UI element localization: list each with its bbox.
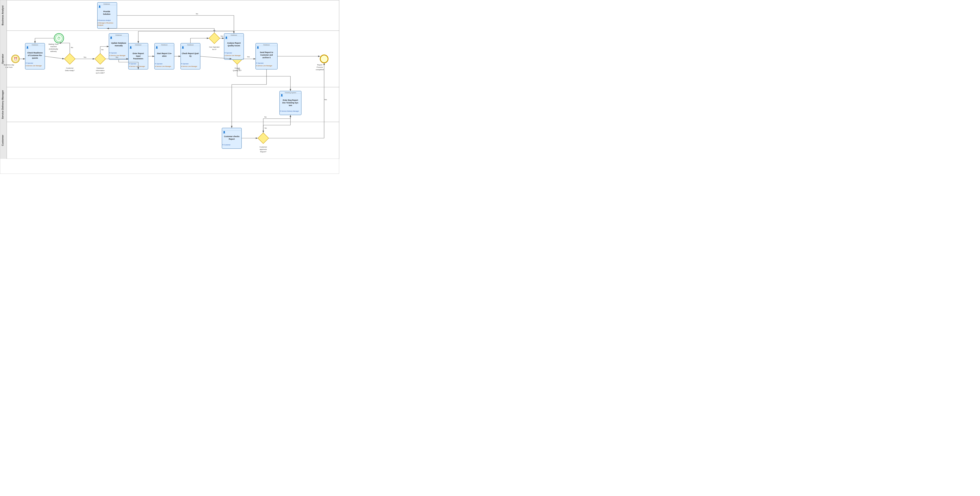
svg-text:A Service Line Manager: A Service Line Manager: [129, 66, 145, 67]
svg-text:Yes: Yes: [324, 99, 327, 101]
timer-event: [54, 33, 64, 43]
svg-text:Parameters: Parameters: [133, 57, 143, 60]
svg-text:into Ticketing Sys-: into Ticketing Sys-: [282, 102, 299, 104]
svg-text:👤: 👤: [225, 36, 228, 39]
svg-text:Can Operator: Can Operator: [209, 46, 220, 48]
task-enter-bug-report: [280, 91, 301, 115]
svg-text:Process: Process: [317, 66, 323, 68]
gateway-db-info: [95, 54, 106, 64]
task-check-quality: [181, 43, 200, 69]
task-start-report: [154, 43, 174, 69]
task-analyse-quality: [224, 33, 244, 60]
svg-text:Analyse Report: Analyse Report: [227, 42, 241, 44]
svg-text:quests: quests: [32, 57, 38, 59]
lane-label-op: Operator: [1, 54, 4, 64]
svg-rect-10: [0, 87, 7, 122]
svg-text:Analysts: Analysts: [98, 24, 103, 26]
lane-label-ba: Business Analyst: [1, 5, 4, 25]
svg-text:Database: Database: [32, 44, 38, 46]
svg-text:Report: Report: [229, 138, 235, 140]
svg-text:Input: Input: [136, 55, 141, 57]
start-event-label: Business day: [4, 64, 14, 66]
task-enter-report-input: [129, 43, 148, 69]
svg-text:R Operator: R Operator: [129, 63, 137, 65]
svg-text:Database: Database: [115, 34, 122, 36]
svg-text:A Manager of Business: A Manager of Business: [98, 22, 113, 24]
task-provide-solution: [97, 2, 117, 29]
svg-text:A Service Line Manager: A Service Line Manager: [155, 66, 171, 67]
svg-text:⏱: ⏱: [57, 36, 60, 40]
svg-text:👤: 👤: [181, 46, 185, 49]
end-event-label: Report: [317, 64, 323, 66]
svg-text:tem: tem: [289, 104, 292, 106]
svg-text:Yes: Yes: [115, 56, 118, 58]
svg-text:👤: 👤: [98, 5, 101, 8]
timer-label: Waiting Time: [48, 43, 59, 45]
svg-text:ation: ation: [162, 55, 167, 57]
svg-text:👤: 👤: [280, 94, 283, 97]
gateway-customer-data: [64, 54, 75, 64]
lane-label-sdm: Service Delivery Manager: [1, 90, 4, 119]
svg-text:Update Database: Update Database: [111, 42, 126, 44]
svg-text:Check Report Qual-: Check Report Qual-: [182, 52, 199, 54]
svg-text:Yes: Yes: [247, 56, 250, 58]
task-check-readiness: [25, 43, 45, 69]
svg-text:ity: ity: [189, 55, 191, 57]
svg-text:👤: 👤: [223, 131, 226, 134]
svg-text:Enter Bug Report: Enter Bug Report: [283, 99, 298, 101]
svg-text:defined): defined): [51, 51, 57, 52]
svg-rect-11: [0, 122, 7, 159]
task-send-report: [256, 43, 277, 69]
svg-text:Quality ok?: Quality ok?: [233, 70, 242, 71]
svg-text:R Business Analyst: R Business Analyst: [98, 19, 111, 21]
svg-text:manually: manually: [115, 44, 123, 47]
svg-line-108: [45, 56, 64, 59]
svg-text:R Operator: R Operator: [155, 63, 162, 65]
svg-text:No: No: [213, 30, 216, 32]
gateway-can-fix: [209, 33, 220, 44]
start-event: [11, 55, 19, 63]
svg-text:👤: 👤: [110, 36, 113, 39]
svg-text:R Customer: R Customer: [223, 144, 231, 146]
svg-text:Database: Database: [263, 44, 270, 46]
svg-text:No: No: [238, 68, 240, 70]
svg-text:No: No: [196, 13, 198, 15]
svg-text:fix it?: fix it?: [212, 48, 216, 51]
svg-text:A Service Line Manager: A Service Line Manager: [181, 66, 197, 67]
task-update-database: [109, 33, 129, 60]
svg-text:archive it: archive it: [262, 57, 270, 59]
svg-text:Output: Output: [235, 67, 240, 69]
svg-text:(individually: (individually: [49, 48, 58, 50]
svg-text:1 at 9 am: 1 at 9 am: [5, 66, 13, 68]
svg-text:Database: Database: [103, 3, 110, 5]
svg-text:Start Report Cre-: Start Report Cre-: [157, 52, 172, 54]
svg-text:A Service Line Manager: A Service Line Manager: [224, 55, 241, 57]
svg-text:A Service Line Manager: A Service Line Manager: [109, 55, 126, 57]
svg-text:👤: 👤: [26, 46, 29, 49]
svg-text:⏰: ⏰: [14, 57, 18, 61]
svg-text:Solution: Solution: [103, 13, 110, 15]
svg-point-21: [13, 56, 19, 62]
svg-text:Database: Database: [161, 44, 168, 46]
svg-text:Customer: Customer: [259, 146, 267, 148]
svg-text:No: No: [101, 49, 104, 51]
svg-text:Customer and: Customer and: [260, 54, 273, 56]
svg-text:R Service Delivery Manager: R Service Delivery Manager: [280, 110, 299, 112]
svg-text:Database: Database: [135, 44, 142, 46]
svg-text:Quality Issues: Quality Issues: [228, 44, 240, 47]
svg-text:approves: approves: [260, 148, 267, 151]
svg-text:R Operator: R Operator: [181, 63, 189, 65]
svg-text:👤: 👤: [129, 46, 132, 49]
svg-text:Check Readiness: Check Readiness: [27, 52, 43, 54]
svg-text:No: No: [264, 116, 267, 118]
svg-text:👤: 👤: [256, 46, 259, 49]
svg-text:Provide: Provide: [103, 10, 110, 13]
svg-text:👤: 👤: [156, 46, 158, 49]
svg-text:reached: reached: [51, 46, 57, 48]
svg-text:Enter Report: Enter Report: [133, 52, 144, 54]
svg-text:R Operator: R Operator: [224, 52, 232, 54]
diagram-container: Business Analyst Operator Service Delive…: [0, 0, 339, 174]
svg-text:of Customer Re-: of Customer Re-: [28, 54, 42, 57]
svg-text:Customer checks: Customer checks: [224, 135, 240, 138]
task-customer-checks: [222, 128, 242, 149]
